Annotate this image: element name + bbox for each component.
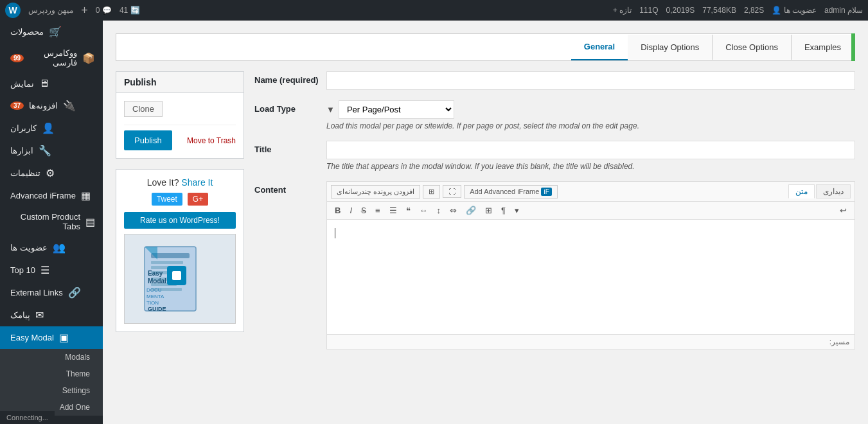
admin-sidebar: 🛒 محصولات 📦 ووکامرس فارسی 99 🖥 نمایش 🔌 ا… [0,21,103,424]
publish-box-header: Publish [116,72,244,93]
connecting-label: Connecting... [6,414,48,421]
sidebar-item-external-links[interactable]: 🔗 External Links [0,281,103,304]
new-content-button[interactable]: + [81,4,88,17]
external-links-icon: 🔗 [68,287,81,299]
sidebar-item-top10[interactable]: ☰ Top 10 [0,259,103,281]
sidebar-item-advanced-iframe[interactable]: ▦ Advanced iFrame [0,184,103,207]
time-stat: 0,2019S [666,6,695,15]
fmt-italic[interactable]: I [346,204,356,217]
fmt-align-left[interactable]: ↔ [416,204,432,217]
sidebar-item-users[interactable]: 👤 کاربران [0,117,103,139]
plugins-icon: 🔌 [63,100,76,112]
svg-rect-16 [172,271,181,280]
bottom-status-bar: Connecting... [0,411,55,424]
sidebar-item-appearance[interactable]: 🖥 نمایش [0,73,103,94]
add-iframe-button[interactable]: iF Add Advanced iFrame [464,185,558,199]
speed-stat: 2,82S [744,6,764,15]
editor-actions: iF Add Advanced iFrame ⛶ ⊞ افزودن پرونده… [331,185,558,199]
sidebar-item-easy-modal[interactable]: ▣ Easy Modal [0,326,103,349]
fullscreen-button[interactable]: ⛶ [443,185,461,198]
publish-box: Publish Clone Publish Move to Trash [116,71,244,159]
sidebar-item-custom-product-tabs[interactable]: ▤ Custom Product Tabs [0,207,103,236]
tools-icon: 🔧 [39,145,51,157]
comments-count[interactable]: 0 💬 [96,6,112,15]
sidebar-item-plugins[interactable]: 🔌 افزونه‌ها 37 [0,94,103,117]
tab-examples[interactable]: Examples [792,35,855,60]
editor-tab-text[interactable]: متن [788,184,815,199]
tab-display-options[interactable]: Display Options [628,35,713,60]
fmt-ul[interactable]: ≡ [371,204,384,217]
fmt-strikethrough[interactable]: S̶ [357,204,370,217]
fmt-paragraph[interactable]: ¶ [497,204,509,217]
submenu-item-settings[interactable]: Settings [0,382,103,399]
fmt-toolbar-toggle[interactable]: ▾ [511,204,523,217]
submenu-item-modals[interactable]: Modals [0,349,103,366]
fmt-bold[interactable]: B [331,204,344,217]
tab-general[interactable]: General [571,34,628,60]
site-name[interactable]: میهن وردپرس [28,6,73,15]
publish-button[interactable]: Publish [124,130,172,150]
sidebar-item-tools[interactable]: 🔧 ابزارها [0,139,103,162]
fmt-link[interactable]: 🔗 [462,204,480,217]
submenu-item-theme[interactable]: Theme [0,366,103,382]
sidebar-item-woocommerce[interactable]: 📦 ووکامرس فارسی 99 [0,43,103,73]
love-text: Love It? Share It [124,177,236,188]
gplus-button[interactable]: G+ [188,193,208,206]
side-panel: Publish Clone Publish Move to Trash Love… [116,71,244,342]
fmt-back[interactable]: ↩ [836,204,851,217]
svg-text:DOCU: DOCU [146,287,162,293]
title-label: Title [254,141,319,154]
fmt-align-right[interactable]: ⇔ [446,204,461,217]
editor-area[interactable] [326,219,855,335]
fmt-align-center[interactable]: ↕ [433,204,445,217]
sidebar-item-sms[interactable]: ✉ پیامک [0,304,103,326]
fmt-more[interactable]: ⊞ [481,204,496,217]
tweet-button[interactable]: Tweet [152,193,182,206]
distraction-free-button[interactable]: ⊞ [423,185,440,199]
documentation-image: Easy Modal DOCU MENTA TION GUIDE [124,234,236,324]
easy-modal-icon: ▣ [59,331,69,344]
refresh-button[interactable]: تازه + [613,6,632,15]
easy-modal-submenu: Modals Theme Settings Add One [0,349,103,416]
sidebar-item-products[interactable]: 🛒 محصولات [0,21,103,43]
dropdown-arrow-icon: ▼ [326,105,335,114]
fmt-blockquote[interactable]: ❝ [402,204,414,217]
wp-logo[interactable]: W [5,3,21,18]
editor-tab-visual[interactable]: دیداری [816,184,851,199]
share-it-link[interactable]: Share It [181,177,213,188]
membership-item[interactable]: عضویت ها 👤 [772,6,817,15]
tab-close-options[interactable]: Close Options [713,35,792,60]
name-label: Name (required) [254,71,319,85]
editor-tabs: دیداری متن [788,184,851,199]
user-name[interactable]: سلام admin [824,6,863,15]
content-field-row: دیداری متن iF Add Advanced iFrame ⛶ ⊞ [254,181,855,349]
appearance-icon: 🖥 [39,78,49,89]
load-type-select[interactable]: Per Page/Post Sitewide [339,100,454,119]
svg-text:Easy: Easy [148,270,163,277]
name-input[interactable] [326,71,855,90]
iframe-icon: iF [541,188,551,196]
tab-bar-wrap: General Display Options Close Options Ex… [116,33,855,61]
add-media-button[interactable]: افزودن پرونده چندرسانه‌ای [331,185,420,199]
rate-button[interactable]: Rate us on WordPress! [124,212,236,229]
memberships-icon: 👥 [53,242,66,254]
editor-status-bar: مسیر: [326,335,855,349]
load-type-help: Load this modal per page or sitewide. If… [326,121,855,130]
sidebar-item-memberships[interactable]: 👥 عضویت ها [0,236,103,259]
cursor [335,228,335,238]
green-indicator [851,33,855,61]
title-input[interactable] [326,141,855,159]
queries-stat: 111Q [639,6,658,15]
updates-count[interactable]: 41 🔄 [120,6,140,15]
move-to-trash-link[interactable]: Move to Trash [187,136,236,145]
plugins-badge: 37 [10,102,24,110]
sidebar-item-settings[interactable]: ⚙ تنظیمات [0,162,103,184]
name-input-wrap [326,71,855,90]
content-label: Content [254,181,319,195]
memory-stat: 77,548KB [702,6,736,15]
fmt-ol[interactable]: ☰ [385,204,401,217]
main-panel: Name (required) ▼ Per Page/Post Sitewide… [254,71,855,360]
svg-text:MENTA: MENTA [146,294,164,299]
clone-button[interactable]: Clone [124,101,163,117]
publish-actions: Publish Move to Trash [124,125,236,150]
